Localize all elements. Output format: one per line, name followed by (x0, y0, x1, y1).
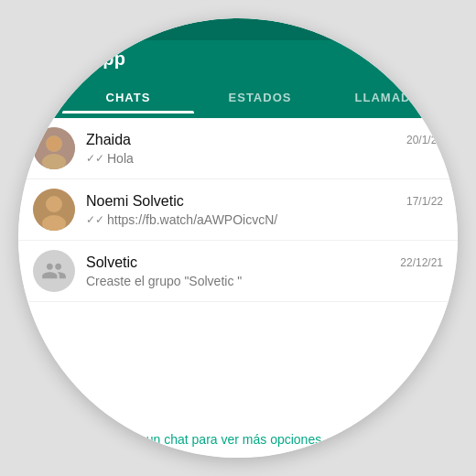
phone-circle: ▲ ▲ ▮ WhatsApp 🔍 ⋮ CHATS EST (18, 18, 458, 458)
tab-llamadas[interactable]: LLAMADAS (326, 81, 458, 114)
chat-date-noemi: 17/1/22 (406, 195, 443, 208)
chat-message-noemi: https://fb.watch/aAWPOicvcN/ (107, 212, 277, 227)
camera-tab-icon[interactable] (18, 77, 62, 118)
chat-item-noemi[interactable]: Noemi Solvetic 17/1/22 ✓✓ https://fb.wat… (18, 179, 458, 241)
chat-date-solvetic: 22/12/21 (400, 256, 443, 269)
chat-name-solvetic: Solvetic (86, 254, 137, 271)
check-noemi: ✓✓ (86, 213, 104, 226)
signal-icon: ▲ (416, 25, 425, 35)
tooltip-text: Manten presionado un chat para ver más o… (33, 432, 325, 447)
header-actions: 🔍 ⋮ (387, 48, 443, 70)
check-zhaida: ✓✓ (86, 152, 104, 165)
tab-bar: CHATS ESTADOS LLAMADAS (18, 77, 458, 118)
status-bar: ▲ ▲ ▮ (18, 18, 458, 40)
search-icon[interactable]: 🔍 (387, 48, 410, 70)
wifi-icon: ▲ (428, 25, 438, 35)
chat-name-row-zhaida: Zhaida 20/1/22 (86, 132, 443, 148)
tooltip-bar: ➤ Manten presionado un chat para ver más… (18, 421, 458, 458)
menu-icon[interactable]: ⋮ (425, 48, 443, 70)
chat-info-zhaida: Zhaida 20/1/22 ✓✓ Hola (86, 132, 443, 166)
chat-info-noemi: Noemi Solvetic 17/1/22 ✓✓ https://fb.wat… (86, 193, 443, 227)
avatar-noemi (33, 189, 75, 231)
chat-item-solvetic[interactable]: Solvetic 22/12/21 Creaste el grupo "Solv… (18, 241, 458, 302)
chat-name-row-noemi: Noemi Solvetic 17/1/22 (86, 193, 443, 210)
chat-name-zhaida: Zhaida (86, 132, 131, 148)
phone-content: ▲ ▲ ▮ WhatsApp 🔍 ⋮ CHATS EST (18, 18, 458, 458)
chat-preview-noemi: ✓✓ https://fb.watch/aAWPOicvcN/ (86, 212, 443, 227)
battery-icon: ▮ (441, 25, 447, 35)
svg-point-5 (46, 196, 62, 212)
app-header: WhatsApp 🔍 ⋮ (18, 40, 458, 77)
chat-item-zhaida[interactable]: Zhaida 20/1/22 ✓✓ Hola (18, 118, 458, 179)
chat-list: Zhaida 20/1/22 ✓✓ Hola (18, 118, 458, 421)
tab-estados[interactable]: ESTADOS (194, 81, 326, 114)
svg-point-3 (47, 136, 61, 151)
chat-name-row-solvetic: Solvetic 22/12/21 (86, 254, 443, 271)
chat-message-solvetic: Creaste el grupo "Solvetic " (86, 274, 242, 288)
chat-info-solvetic: Solvetic 22/12/21 Creaste el grupo "Solv… (86, 254, 443, 288)
chat-name-noemi: Noemi Solvetic (86, 193, 184, 210)
chat-preview-zhaida: ✓✓ Hola (86, 151, 443, 166)
avatar-solvetic (33, 250, 75, 292)
chat-message-zhaida: Hola (107, 151, 134, 166)
status-bar-icons: ▲ ▲ ▮ (416, 25, 447, 35)
avatar-zhaida (33, 127, 75, 169)
chat-preview-solvetic: Creaste el grupo "Solvetic " (86, 274, 443, 288)
chat-date-zhaida: 20/1/22 (406, 134, 443, 146)
app-title: WhatsApp (33, 49, 125, 70)
tab-chats[interactable]: CHATS (62, 81, 194, 114)
